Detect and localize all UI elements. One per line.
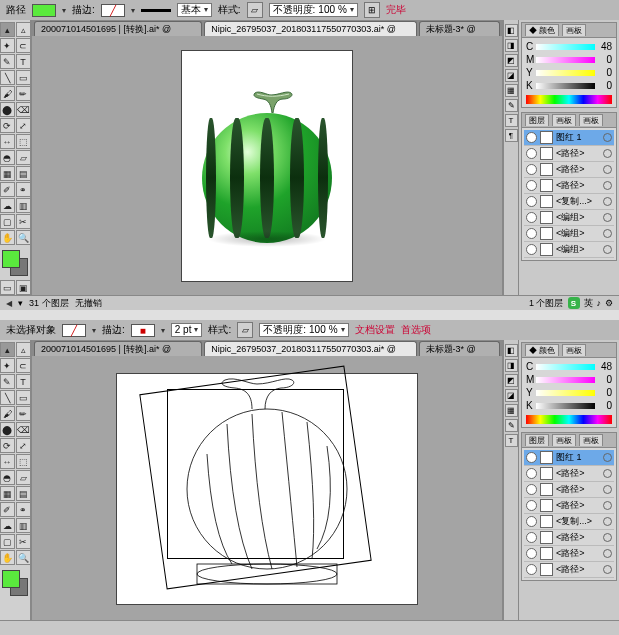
apprs-tab[interactable]: 画板 <box>579 114 603 126</box>
magic-wand-tool[interactable]: ✦ <box>0 38 15 53</box>
rotate-tool[interactable]: ⟳ <box>0 438 15 453</box>
free-transform-tool[interactable]: ⬚ <box>16 134 31 149</box>
type-tool[interactable]: T <box>16 374 31 389</box>
done-label[interactable]: 完毕 <box>386 3 406 17</box>
target-icon[interactable] <box>603 485 612 494</box>
style-button[interactable]: ▱ <box>237 322 253 338</box>
eraser-tool[interactable]: ⌫ <box>16 422 31 437</box>
magenta-slider[interactable] <box>536 377 595 383</box>
layers-tab[interactable]: 图层 <box>525 114 549 126</box>
cyan-slider[interactable] <box>536 364 595 370</box>
perspective-tool[interactable]: ▱ <box>16 150 31 165</box>
dock-icon[interactable]: ◨ <box>505 359 518 372</box>
line-tool[interactable]: ╲ <box>0 390 15 405</box>
opacity-combo[interactable]: 不透明度: 100 %▾ <box>259 323 348 337</box>
target-icon[interactable] <box>603 133 612 142</box>
menu-icon[interactable]: ⊞ <box>364 2 380 18</box>
zoom-display[interactable]: ▾ <box>18 298 23 308</box>
layer-row[interactable]: 图红 1 <box>524 130 614 146</box>
visibility-icon[interactable] <box>526 228 537 239</box>
line-tool[interactable]: ╲ <box>0 70 15 85</box>
layer-row[interactable]: <编组> <box>524 242 614 258</box>
scale-tool[interactable]: ⤢ <box>16 438 31 453</box>
doc-tab-2[interactable]: Nipic_26795037_201803117550770303.ai* @ … <box>204 21 416 36</box>
fill-swatch[interactable]: ╱ <box>62 324 86 337</box>
visibility-icon[interactable] <box>526 532 537 543</box>
layer-row[interactable]: <路径> <box>524 466 614 482</box>
layer-row[interactable]: <复制...> <box>524 514 614 530</box>
chevron-down-icon[interactable]: ▾ <box>131 6 135 15</box>
visibility-icon[interactable] <box>526 564 537 575</box>
apprs-tab[interactable]: 画板 <box>579 434 603 446</box>
layers-tab[interactable]: 图层 <box>525 434 549 446</box>
layer-row[interactable]: <编组> <box>524 226 614 242</box>
layer-row[interactable]: <路径> <box>524 162 614 178</box>
dock-icon[interactable]: ◪ <box>505 389 518 402</box>
rectangle-tool[interactable]: ▭ <box>16 390 31 405</box>
layer-row[interactable]: 图红 1 <box>524 450 614 466</box>
visibility-icon[interactable] <box>526 164 537 175</box>
yellow-slider[interactable] <box>536 70 595 76</box>
eyedropper-tool[interactable]: ✐ <box>0 502 15 517</box>
visibility-icon[interactable] <box>526 484 537 495</box>
graph-tool[interactable]: ▥ <box>16 198 31 213</box>
dock-icon[interactable]: ◧ <box>505 344 518 357</box>
dock-icon[interactable]: ✎ <box>505 99 518 112</box>
selection-tool[interactable]: ▴ <box>0 22 15 37</box>
artboard-tool[interactable]: ▢ <box>0 534 15 549</box>
magenta-slider[interactable] <box>536 57 595 63</box>
symbol-tool[interactable]: ☁ <box>0 198 15 213</box>
canvas[interactable] <box>32 356 502 621</box>
color-tab[interactable]: ◆ 颜色 <box>525 344 559 356</box>
blend-tool[interactable]: ⚭ <box>16 182 31 197</box>
canvas[interactable] <box>32 36 502 296</box>
brush-tool[interactable]: 🖌 <box>0 86 15 101</box>
artboards-tab[interactable]: 画板 <box>552 114 576 126</box>
target-icon[interactable] <box>603 453 612 462</box>
target-icon[interactable] <box>603 197 612 206</box>
lasso-tool[interactable]: ⊂ <box>16 358 31 373</box>
pen-tool[interactable]: ✎ <box>0 374 15 389</box>
lasso-tool[interactable]: ⊂ <box>16 38 31 53</box>
slice-tool[interactable]: ✂ <box>16 534 31 549</box>
color-tab[interactable]: ◆ 颜色 <box>525 24 559 36</box>
blob-tool[interactable]: ⬤ <box>0 422 15 437</box>
target-icon[interactable] <box>603 501 612 510</box>
target-icon[interactable] <box>603 165 612 174</box>
visibility-icon[interactable] <box>526 244 537 255</box>
doc-tab-2[interactable]: Nipic_26795037_201803117550770303.ai* @ … <box>204 341 416 356</box>
pen-tool[interactable]: ✎ <box>0 54 15 69</box>
slice-tool[interactable]: ✂ <box>16 214 31 229</box>
blend-tool[interactable]: ⚭ <box>16 502 31 517</box>
dock-icon[interactable]: ◩ <box>505 374 518 387</box>
gradient-tool[interactable]: ▤ <box>16 166 31 181</box>
zoom-tool[interactable]: 🔍 <box>16 550 31 565</box>
style-button[interactable]: ▱ <box>247 2 263 18</box>
screen-mode[interactable]: ▭ <box>0 280 15 295</box>
eyedropper-tool[interactable]: ✐ <box>0 182 15 197</box>
target-icon[interactable] <box>603 229 612 238</box>
black-slider[interactable] <box>536 83 595 89</box>
doc-tab-1[interactable]: 200071014501695 | [转换].ai* @ 141.08% (RG… <box>34 341 202 356</box>
scale-tool[interactable]: ⤢ <box>16 118 31 133</box>
fill-stroke-swap[interactable] <box>2 570 28 596</box>
dock-icon[interactable]: ▦ <box>505 84 518 97</box>
stroke-weight[interactable]: 2 pt▾ <box>171 323 203 337</box>
visibility-icon[interactable] <box>526 132 537 143</box>
docsetup-link[interactable]: 文档设置 <box>355 323 395 337</box>
target-icon[interactable] <box>603 533 612 542</box>
stroke-swatch[interactable]: ╱ <box>101 4 125 17</box>
artboards-tab[interactable]: 画板 <box>552 434 576 446</box>
target-icon[interactable] <box>603 549 612 558</box>
visibility-icon[interactable] <box>526 212 537 223</box>
shape-builder-tool[interactable]: ◓ <box>0 470 15 485</box>
layer-row[interactable]: <路径> <box>524 498 614 514</box>
magic-wand-tool[interactable]: ✦ <box>0 358 15 373</box>
type-tool[interactable]: T <box>16 54 31 69</box>
rotate-tool[interactable]: ⟳ <box>0 118 15 133</box>
dock-icon[interactable]: T <box>505 434 518 447</box>
visibility-icon[interactable] <box>526 196 537 207</box>
visibility-icon[interactable] <box>526 452 537 463</box>
visibility-icon[interactable] <box>526 468 537 479</box>
pencil-tool[interactable]: ✏ <box>16 86 31 101</box>
